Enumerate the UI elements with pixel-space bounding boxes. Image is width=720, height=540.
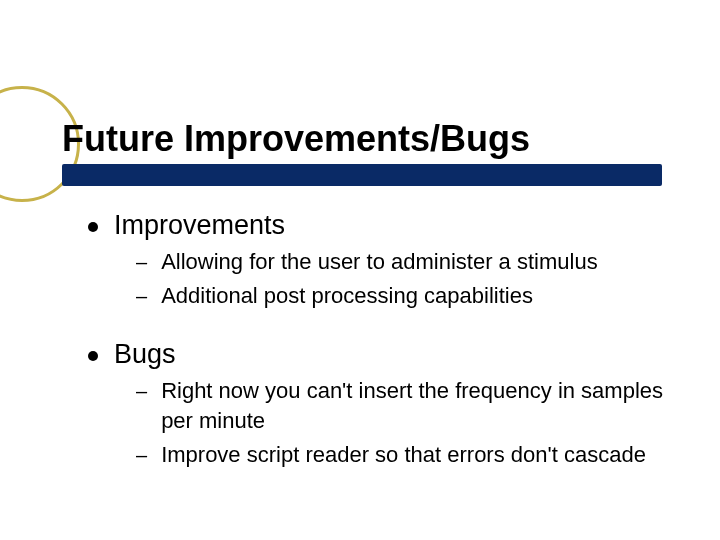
sub-bullet-text: Additional post processing capabilities [161,281,533,311]
dash-icon: – [136,440,147,470]
sub-bullet-text: Improve script reader so that errors don… [161,440,646,470]
slide-content: Improvements – Allowing for the user to … [88,210,668,470]
sub-bullet: – Additional post processing capabilitie… [136,281,668,311]
section-heading: Bugs [114,339,176,370]
dash-icon: – [136,376,147,406]
dash-icon: – [136,247,147,277]
bullet-bugs: Bugs [88,339,668,370]
sub-bullet: – Allowing for the user to administer a … [136,247,668,277]
bullet-dot-icon [88,222,98,232]
sub-bullet-text: Allowing for the user to administer a st… [161,247,598,277]
title-underline-bar [62,164,662,186]
bullet-dot-icon [88,351,98,361]
sub-bullet-text: Right now you can't insert the frequency… [161,376,668,436]
section-heading: Improvements [114,210,285,241]
sub-bullet: – Improve script reader so that errors d… [136,440,668,470]
slide-title: Future Improvements/Bugs [62,118,530,160]
dash-icon: – [136,281,147,311]
slide: Future Improvements/Bugs Improvements – … [0,0,720,540]
sub-bullet: – Right now you can't insert the frequen… [136,376,668,436]
bullet-improvements: Improvements [88,210,668,241]
